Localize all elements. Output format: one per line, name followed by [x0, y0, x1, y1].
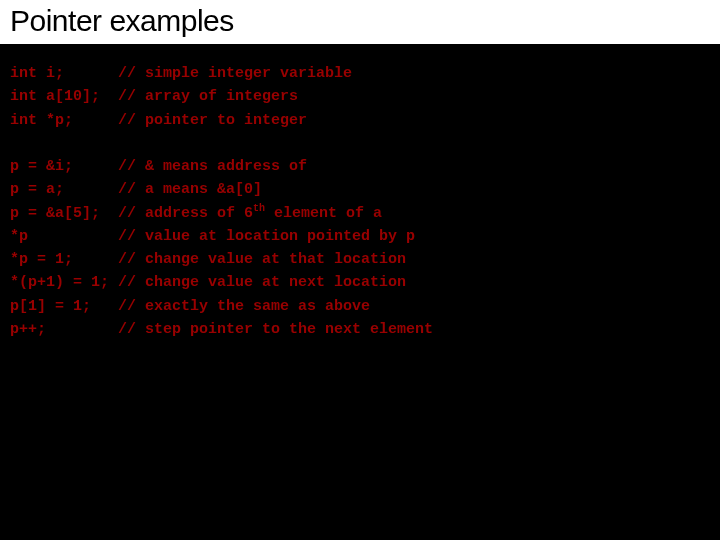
code-line: p[1] = 1; // exactly the same as above: [10, 295, 710, 318]
blank-line: [10, 132, 710, 155]
superscript: th: [253, 203, 265, 214]
code-line: p = &i; // & means address of: [10, 155, 710, 178]
code-line: *(p+1) = 1; // change value at next loca…: [10, 271, 710, 294]
code-line: int a[10]; // array of integers: [10, 85, 710, 108]
code-line: *p = 1; // change value at that location: [10, 248, 710, 271]
code-line: int *p; // pointer to integer: [10, 109, 710, 132]
code-line: p = &a[5]; // address of 6th element of …: [10, 202, 710, 225]
code-area: int i; // simple integer variable int a[…: [0, 46, 720, 357]
slide-title: Pointer examples: [10, 4, 710, 38]
code-line: p++; // step pointer to the next element: [10, 318, 710, 341]
title-bar: Pointer examples: [0, 0, 720, 46]
code-line: p = a; // a means &a[0]: [10, 178, 710, 201]
code-line: *p // value at location pointed by p: [10, 225, 710, 248]
code-line: int i; // simple integer variable: [10, 62, 710, 85]
